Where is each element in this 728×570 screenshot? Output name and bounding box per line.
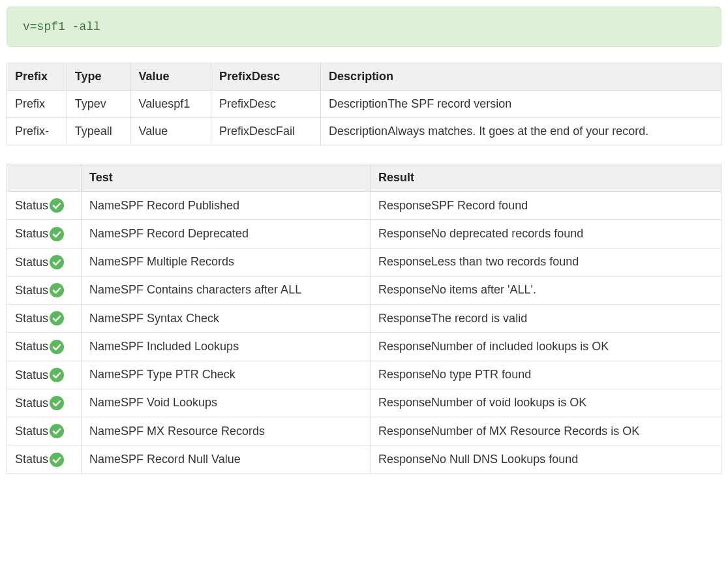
col-description: Description <box>321 63 721 91</box>
status-cell: Status <box>7 361 82 389</box>
status-label: Status <box>15 340 48 353</box>
cell-type: Typev <box>67 91 130 118</box>
status-cell: Status <box>7 305 82 333</box>
check-circle-icon <box>50 453 64 467</box>
col-prefix: Prefix <box>7 63 67 91</box>
table-row: Status NameSPF Type PTR Check ResponseNo… <box>7 361 721 389</box>
check-circle-icon <box>50 311 64 325</box>
cell-type: Typeall <box>67 118 130 145</box>
cell-prefixdesc: PrefixDescFail <box>211 118 321 145</box>
check-circle-icon <box>50 227 64 241</box>
table-row: Status NameSPF Included Lookups Response… <box>7 333 721 361</box>
cell-test: NameSPF Type PTR Check <box>82 361 371 389</box>
table-header-row: Prefix Type Value PrefixDesc Description <box>7 63 721 91</box>
col-type: Type <box>67 63 130 91</box>
svg-point-0 <box>50 198 64 213</box>
spf-record-display: v=spf1 -all <box>7 7 721 47</box>
cell-test: NameSPF Included Lookups <box>82 333 371 361</box>
check-circle-icon <box>50 198 64 213</box>
table-row: Status NameSPF Syntax Check ResponseThe … <box>7 305 721 333</box>
cell-result: ResponseNumber of MX Resource Records is… <box>371 417 721 445</box>
status-cell: Status <box>7 445 82 473</box>
svg-point-9 <box>50 453 64 467</box>
table-row: Status NameSPF Record Published Response… <box>7 192 721 220</box>
cell-result: ResponseNumber of included lookups is OK <box>371 333 721 361</box>
check-circle-icon <box>50 424 64 438</box>
cell-description: DescriptionAlways matches. It goes at th… <box>321 118 721 145</box>
spf-record-value: v=spf1 -all <box>23 20 100 33</box>
table-row: Prefix Typev Valuespf1 PrefixDesc Descri… <box>7 91 721 118</box>
col-result: Result <box>371 164 721 192</box>
svg-point-5 <box>50 340 64 354</box>
col-test: Test <box>82 164 371 192</box>
status-cell: Status <box>7 333 82 361</box>
table-row: Status NameSPF Void Lookups ResponseNumb… <box>7 389 721 417</box>
table-row: Status NameSPF MX Resource Records Respo… <box>7 417 721 445</box>
cell-test: NameSPF Contains characters after ALL <box>82 276 371 304</box>
svg-point-2 <box>50 255 64 269</box>
cell-prefix: Prefix <box>7 91 67 118</box>
svg-point-6 <box>50 368 64 382</box>
check-circle-icon <box>50 396 64 410</box>
status-label: Status <box>15 453 48 466</box>
table-row: Status NameSPF Contains characters after… <box>7 276 721 304</box>
status-label: Status <box>15 227 48 240</box>
cell-result: ResponseSPF Record found <box>371 192 721 220</box>
status-label: Status <box>15 255 48 268</box>
col-status <box>7 164 82 192</box>
cell-test: NameSPF Multiple Records <box>82 248 371 276</box>
svg-point-3 <box>50 283 64 297</box>
status-cell: Status <box>7 276 82 304</box>
status-label: Status <box>15 199 48 212</box>
cell-result: ResponseNo items after 'ALL'. <box>371 276 721 304</box>
check-circle-icon <box>50 340 64 354</box>
svg-point-4 <box>50 311 64 325</box>
status-cell: Status <box>7 248 82 276</box>
check-circle-icon <box>50 368 64 382</box>
status-cell: Status <box>7 220 82 248</box>
spf-mechanism-table: Prefix Type Value PrefixDesc Description… <box>7 63 721 145</box>
cell-test: NameSPF Void Lookups <box>82 389 371 417</box>
cell-test: NameSPF Record Null Value <box>82 445 371 473</box>
svg-point-7 <box>50 396 64 410</box>
cell-test: NameSPF Record Published <box>82 192 371 220</box>
cell-result: ResponseLess than two records found <box>371 248 721 276</box>
col-prefixdesc: PrefixDesc <box>211 63 321 91</box>
cell-description: DescriptionThe SPF record version <box>321 91 721 118</box>
table-row: Status NameSPF Record Null Value Respons… <box>7 445 721 473</box>
table-header-row: Test Result <box>7 164 721 192</box>
status-label: Status <box>15 397 48 410</box>
cell-result: ResponseNo type PTR found <box>371 361 721 389</box>
svg-point-8 <box>50 424 64 438</box>
table-row: Prefix- Typeall Value PrefixDescFail Des… <box>7 118 721 145</box>
status-label: Status <box>15 368 48 381</box>
cell-result: ResponseNumber of void lookups is OK <box>371 389 721 417</box>
status-label: Status <box>15 425 48 438</box>
check-circle-icon <box>50 255 64 269</box>
cell-test: NameSPF MX Resource Records <box>82 417 371 445</box>
cell-value: Value <box>130 118 211 145</box>
status-cell: Status <box>7 389 82 417</box>
cell-result: ResponseThe record is valid <box>371 305 721 333</box>
cell-prefix: Prefix- <box>7 118 67 145</box>
cell-test: NameSPF Record Deprecated <box>82 220 371 248</box>
spf-test-results-table: Test Result Status NameSPF Record Publis… <box>7 164 721 474</box>
cell-prefixdesc: PrefixDesc <box>211 91 321 118</box>
status-label: Status <box>15 284 48 297</box>
check-circle-icon <box>50 283 64 297</box>
cell-result: ResponseNo deprecated records found <box>371 220 721 248</box>
col-value: Value <box>130 63 211 91</box>
table-row: Status NameSPF Multiple Records Response… <box>7 248 721 276</box>
status-cell: Status <box>7 192 82 220</box>
table-row: Status NameSPF Record Deprecated Respons… <box>7 220 721 248</box>
cell-test: NameSPF Syntax Check <box>82 305 371 333</box>
cell-value: Valuespf1 <box>130 91 211 118</box>
status-label: Status <box>15 312 48 325</box>
status-cell: Status <box>7 417 82 445</box>
svg-point-1 <box>50 227 64 241</box>
cell-result: ResponseNo Null DNS Lookups found <box>371 445 721 473</box>
